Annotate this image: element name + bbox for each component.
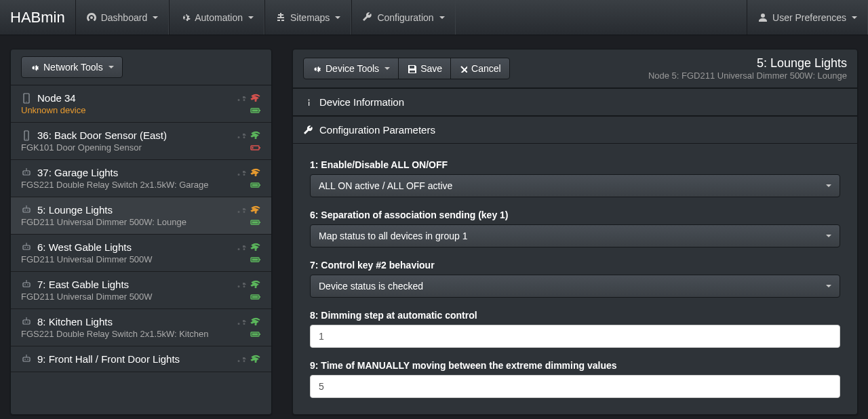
device-type-icon [21,130,32,141]
node-description: Unknown device [21,105,85,115]
brand[interactable]: HABmin [10,0,75,35]
gear-icon [312,64,321,73]
info-icon [303,98,313,107]
device-title: 5: Lounge Lights [648,56,847,71]
section-device-information[interactable]: Device Information [293,88,857,116]
save-button[interactable]: Save [398,58,451,79]
node-item[interactable]: 5: Lounge Lights FGD211 Universal Dimmer… [11,197,271,235]
truck-icon [237,204,248,214]
param-select[interactable]: ALL ON active / ALL OFF active [310,174,840,197]
signal-icon [250,167,261,176]
sitemap-icon [275,12,286,23]
param-label: 1: Enable/Disable ALL ON/OFF [310,159,840,170]
nav-dashboard[interactable]: Dashboard [75,0,170,35]
node-description: FGD211 Universal Dimmer 500W [21,254,153,264]
node-item[interactable]: 9: Front Hall / Front Door Lights [11,346,271,372]
signal-icon [250,204,261,214]
node-list[interactable]: Node 34 Unknown device 36: Back Door Sen… [11,85,271,372]
signal-icon [250,129,261,139]
battery-icon [250,180,261,189]
wrench-icon [362,12,373,23]
signal-icon [250,279,261,288]
battery-icon [250,292,261,301]
truck-icon [237,167,248,176]
node-description: FGD211 Universal Dimmer 500W: Lounge [21,217,186,227]
select-value: ALL ON active / ALL OFF active [319,180,452,191]
node-description: FGS221 Double Relay Switch 2x1.5kW: Gara… [21,180,209,190]
battery-icon [250,142,261,152]
caret-icon [852,16,857,19]
device-type-icon [21,242,32,253]
signal-icon [250,316,261,325]
close-icon [459,64,467,73]
section-configuration-parameters[interactable]: Configuration Parameters [293,116,857,144]
node-title: 37: Garage Lights [37,167,118,178]
wrench-icon [303,125,313,135]
device-type-icon [21,317,32,327]
truck-icon [237,129,248,139]
signal-icon [250,241,261,251]
battery-icon [250,217,261,226]
battery-icon [250,105,261,115]
caret-icon [384,67,390,70]
select-value: Map status to all devices in group 1 [319,231,467,241]
param-label: 8: Dimming step at automatic control [310,310,840,321]
param-label: 7: Control key #2 behaviour [310,260,840,271]
nodes-panel: Network Tools Node 34 Unknown device 36:… [10,49,272,415]
nav-sitemaps[interactable]: Sitemaps [264,0,351,35]
device-type-icon [21,279,32,290]
node-item[interactable]: 8: Kitchen Lights FGS221 Double Relay Sw… [11,309,271,346]
battery-icon [250,329,261,338]
caret-icon [826,285,831,287]
device-type-icon [21,167,32,178]
dashboard-icon [86,12,97,23]
node-item[interactable]: Node 34 Unknown device [11,85,271,123]
caret-icon [153,16,158,19]
battery-icon [250,254,261,264]
signal-icon [250,353,261,363]
node-title: 5: Lounge Lights [37,204,113,216]
param-select[interactable]: Device status is checked [310,275,840,298]
device-tools-button[interactable]: Device Tools [303,58,399,79]
params-body: 1: Enable/Disable ALL ON/OFFALL ON activ… [293,144,857,401]
truck-icon [237,92,248,102]
network-tools-button[interactable]: Network Tools [21,56,123,78]
truck-icon [237,353,248,363]
truck-icon [237,241,248,251]
node-item[interactable]: 36: Back Door Sensor (East) FGK101 Door … [11,123,271,160]
node-title: Node 34 [37,92,76,104]
truck-icon [237,279,248,288]
navbar: HABmin Dashboard Automation Sitemaps Con… [0,0,868,35]
truck-icon [237,316,248,325]
cancel-button[interactable]: Cancel [450,58,510,79]
node-title: 36: Back Door Sensor (East) [37,129,167,141]
nav-automation[interactable]: Automation [169,0,264,35]
user-icon [757,12,768,23]
node-item[interactable]: 7: East Gable Lights FGD211 Universal Di… [11,272,271,309]
param-input[interactable] [310,325,840,348]
param-label: 6: Separation of association sending (ke… [310,210,840,220]
nav-user-preferences[interactable]: User Preferences [747,0,868,35]
cogs-icon [180,12,191,23]
caret-icon [439,16,445,19]
gear-icon [30,62,39,72]
node-title: 7: East Gable Lights [37,279,129,290]
node-item[interactable]: 37: Garage Lights FGS221 Double Relay Sw… [11,160,271,197]
device-panel: Device Tools Save Cancel 5: Lounge Light… [292,49,858,415]
param-input[interactable] [310,375,840,398]
device-type-icon [21,205,32,216]
signal-icon [250,92,261,102]
save-icon [407,64,416,73]
device-type-icon [21,93,32,104]
nav-configuration[interactable]: Configuration [351,0,455,35]
device-subtitle: Node 5: FGD211 Universal Dimmer 500W: Lo… [648,71,847,81]
select-value: Device status is checked [319,281,423,292]
param-select[interactable]: Map status to all devices in group 1 [310,224,840,247]
node-title: 8: Kitchen Lights [37,316,113,327]
caret-icon [826,184,831,187]
node-description: FGS221 Double Relay Switch 2x1.5kW: Kitc… [21,329,209,339]
node-title: 9: Front Hall / Front Door Lights [37,353,180,365]
node-item[interactable]: 6: West Gable Lights FGD211 Universal Di… [11,235,271,272]
caret-icon [826,235,831,237]
device-type-icon [21,354,32,365]
